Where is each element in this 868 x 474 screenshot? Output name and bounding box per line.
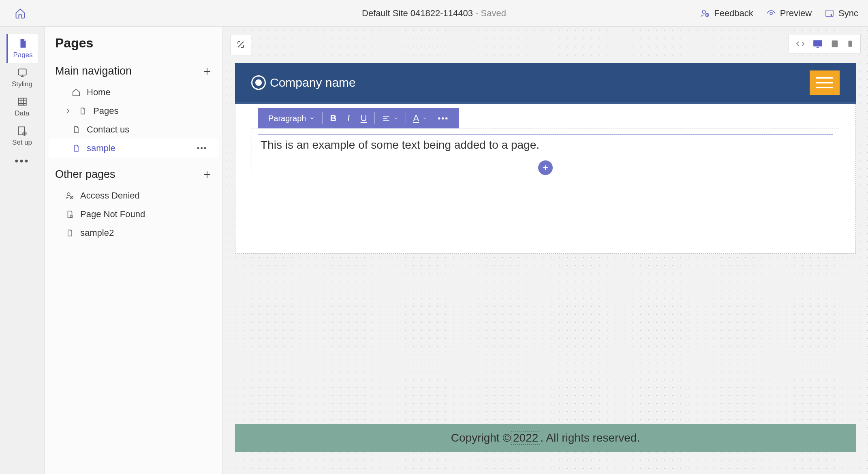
rail-more[interactable]: ••• [6, 151, 38, 171]
underline-button[interactable]: U [356, 108, 372, 128]
svg-rect-11 [813, 40, 822, 46]
pages-panel: Pages Main navigation Home Pages C [45, 27, 223, 474]
site-title: Default Site 041822-114403 - Saved [362, 8, 506, 19]
panel-title: Pages [45, 27, 222, 54]
toolbar-separator [374, 112, 375, 124]
ellipsis-icon: ••• [15, 155, 29, 167]
footer-post: . All rights reserved. [540, 431, 640, 444]
top-actions: Feedback Preview Sync [700, 8, 858, 19]
main-nav-header: Main navigation [45, 54, 222, 83]
tree-notfound-label: Page Not Found [80, 209, 145, 220]
tablet-view-button[interactable] [830, 39, 839, 48]
page-icon [18, 38, 28, 49]
tree-sample-label: sample [87, 143, 115, 154]
top-bar: Default Site 041822-114403 - Saved Feedb… [0, 0, 868, 27]
other-pages-label: Other pages [55, 168, 115, 181]
preview-button[interactable]: Preview [766, 8, 812, 19]
svg-rect-6 [18, 127, 24, 135]
add-section-button[interactable] [538, 160, 553, 175]
feedback-button[interactable]: Feedback [700, 8, 753, 19]
tree-sample[interactable]: sample ••• [49, 139, 218, 158]
editor-canvas: Company name Paragraph B I U [223, 27, 868, 474]
code-view-button[interactable] [795, 39, 805, 49]
rail-pages-label: Pages [13, 51, 32, 59]
font-color-dropdown[interactable]: A [408, 108, 432, 128]
svg-rect-13 [832, 41, 838, 47]
user-denied-icon [65, 191, 75, 200]
footer-year[interactable]: 2022 [511, 431, 540, 445]
page-icon [65, 229, 75, 237]
preview-icon [766, 9, 776, 18]
bold-button[interactable]: B [325, 108, 341, 128]
page-icon [71, 126, 81, 134]
home-icon[interactable] [15, 8, 26, 19]
style-dropdown[interactable]: Paragraph [263, 108, 320, 128]
toolbar-more-button[interactable]: ••• [433, 108, 453, 128]
svg-rect-5 [18, 98, 26, 105]
text-editor[interactable]: This is an example of some text being ad… [258, 134, 833, 168]
svg-rect-4 [18, 69, 26, 75]
page-preview: Company name Paragraph B I U [235, 63, 856, 452]
rail-data-label: Data [15, 109, 30, 117]
styling-icon [17, 67, 28, 78]
sync-button[interactable]: Sync [825, 8, 858, 19]
brand[interactable]: Company name [251, 75, 356, 90]
home-icon [71, 88, 81, 97]
rail-styling[interactable]: Styling [6, 63, 38, 92]
align-dropdown[interactable] [377, 108, 403, 128]
text-component[interactable]: Paragraph B I U A [252, 128, 839, 174]
tree-sample2[interactable]: sample2 [49, 224, 218, 242]
tree-pages[interactable]: Pages [49, 102, 218, 120]
add-main-nav-button[interactable] [202, 66, 212, 76]
site-name: Default Site 041822-114403 [362, 8, 473, 18]
page-search-icon [65, 210, 75, 219]
rail-pages[interactable]: Pages [6, 34, 38, 63]
desktop-view-button[interactable] [812, 38, 823, 49]
main-nav-label: Main navigation [55, 65, 132, 77]
item-more-button[interactable]: ••• [197, 144, 207, 153]
data-icon [17, 96, 28, 107]
tree-home[interactable]: Home [49, 83, 218, 102]
tree-contact[interactable]: Contact us [49, 120, 218, 139]
view-mode-toggle [789, 34, 861, 53]
setup-icon [17, 126, 28, 136]
mobile-view-button[interactable] [847, 39, 854, 48]
svg-rect-12 [817, 47, 819, 48]
tree-not-found[interactable]: Page Not Found [49, 205, 218, 224]
rail-styling-label: Styling [12, 80, 32, 88]
menu-toggle-button[interactable] [810, 70, 840, 95]
other-tree: Access Denied Page Not Found sample2 [45, 186, 222, 242]
content-section[interactable]: Paragraph B I U A [235, 104, 856, 254]
toolbar-separator [406, 112, 406, 124]
svg-rect-14 [849, 41, 852, 47]
tree-sample2-label: sample2 [80, 228, 114, 238]
preview-footer: Copyright © 2022 . All rights reserved. [235, 424, 856, 452]
nav-rail: Pages Styling Data Set up ••• [0, 27, 45, 474]
tree-pages-label: Pages [93, 106, 118, 116]
chevron-right-icon[interactable] [65, 108, 72, 114]
rail-data[interactable]: Data [6, 92, 38, 122]
tree-access-label: Access Denied [80, 190, 140, 201]
brand-logo-icon [251, 75, 266, 90]
sync-icon [825, 9, 834, 18]
rail-setup[interactable]: Set up [6, 122, 38, 151]
svg-point-0 [702, 10, 706, 13]
page-icon [78, 107, 88, 115]
canvas-spacer [235, 254, 856, 424]
svg-point-8 [67, 193, 70, 196]
preview-header: Company name [235, 63, 856, 104]
svg-point-2 [770, 12, 772, 15]
save-status: - Saved [475, 8, 506, 18]
expand-button[interactable] [230, 34, 251, 55]
main-nav-tree: Home Pages Contact us sample ••• [45, 83, 222, 158]
style-label: Paragraph [268, 114, 306, 123]
footer-pre: Copyright © [451, 431, 511, 444]
add-other-page-button[interactable] [202, 170, 212, 179]
toolbar-separator [322, 112, 323, 124]
feedback-icon [700, 9, 710, 18]
sync-label: Sync [838, 8, 858, 19]
page-icon [71, 144, 81, 152]
tree-access-denied[interactable]: Access Denied [49, 186, 218, 205]
svg-rect-3 [826, 10, 833, 17]
italic-button[interactable]: I [342, 108, 355, 128]
